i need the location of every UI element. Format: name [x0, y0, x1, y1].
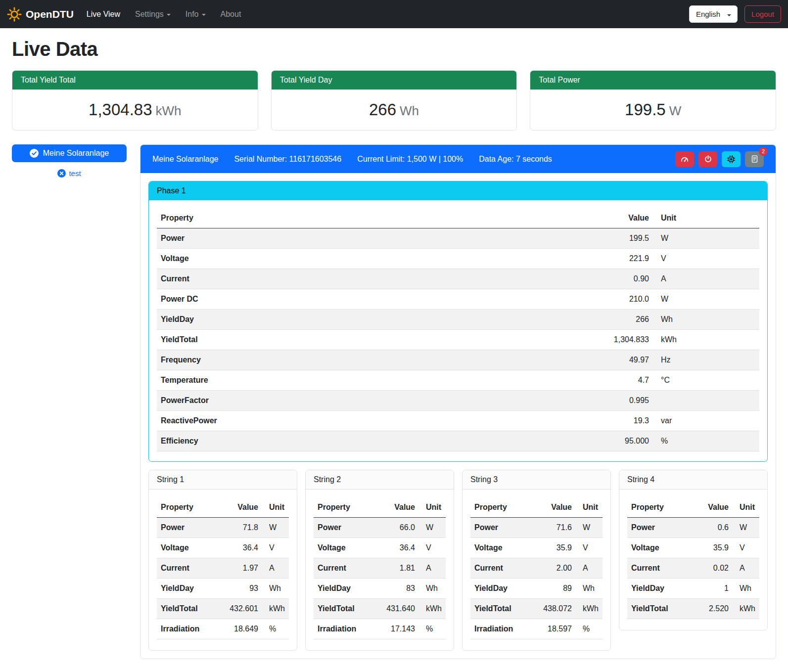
- table-row: Voltage36.4V: [314, 538, 446, 558]
- column-header-unit: Unit: [262, 497, 289, 518]
- table-header-row: Property Value Unit: [157, 208, 759, 228]
- nav-item-settings[interactable]: Settings: [135, 10, 171, 19]
- unit-cell: A: [419, 558, 446, 579]
- property-cell: Current: [157, 558, 216, 579]
- column-header-property: Property: [627, 497, 692, 518]
- nav-item-about[interactable]: About: [221, 10, 241, 19]
- table-row: PowerFactor0.995: [157, 391, 759, 411]
- card-unit: W: [669, 103, 682, 118]
- language-select-value: English: [696, 10, 720, 18]
- table-row: YieldDay266Wh: [157, 310, 759, 330]
- unit-cell: W: [262, 518, 289, 538]
- phase-1-card: Phase 1 Property Value Unit Power199.5WV…: [148, 181, 768, 462]
- card-value: 199.5: [625, 100, 666, 119]
- unit-cell: Wh: [576, 579, 603, 599]
- value-cell: 18.597: [529, 619, 576, 639]
- property-cell: YieldDay: [470, 579, 529, 599]
- string-4-table: Property Value Unit Power0.6WVoltage35.9…: [627, 497, 759, 619]
- column-header-unit: Unit: [419, 497, 446, 518]
- sun-logo-icon: [7, 7, 22, 22]
- property-cell: Current: [470, 558, 529, 579]
- language-select[interactable]: English: [689, 5, 738, 23]
- property-cell: Irradiation: [157, 619, 216, 639]
- table-row: YieldTotal438.072kWh: [470, 599, 603, 619]
- table-row: Power66.0W: [314, 518, 446, 538]
- property-cell: Current: [157, 269, 454, 289]
- table-row: Irradiation17.143%: [314, 619, 446, 639]
- column-header-property: Property: [314, 497, 372, 518]
- table-row: YieldTotal432.601kWh: [157, 599, 289, 619]
- value-cell: 18.649: [216, 619, 262, 639]
- event-log-button[interactable]: 2: [745, 151, 764, 167]
- column-header-property: Property: [157, 497, 216, 518]
- value-cell: 2.00: [529, 558, 576, 579]
- property-cell: Voltage: [627, 538, 692, 558]
- power-button[interactable]: [698, 151, 717, 167]
- property-cell: Voltage: [314, 538, 372, 558]
- unit-cell: kWh: [576, 599, 603, 619]
- value-cell: 266: [454, 310, 653, 330]
- chevron-down-icon: [727, 14, 731, 16]
- property-cell: Power: [314, 518, 372, 538]
- value-cell: 19.3: [454, 411, 653, 431]
- table-row: Current0.90A: [157, 269, 759, 289]
- value-cell: 35.9: [692, 538, 733, 558]
- nav-item-info[interactable]: Info: [185, 10, 206, 19]
- table-header-row: Property Value Unit: [157, 497, 289, 518]
- property-cell: YieldTotal: [157, 599, 216, 619]
- brand[interactable]: OpenDTU: [7, 7, 74, 22]
- property-cell: YieldDay: [314, 579, 372, 599]
- table-row: Voltage35.9V: [470, 538, 603, 558]
- property-cell: YieldTotal: [470, 599, 529, 619]
- table-row: Current1.81A: [314, 558, 446, 579]
- unit-cell: %: [576, 619, 603, 639]
- logout-button[interactable]: Logout: [744, 5, 781, 23]
- column-header-value: Value: [692, 497, 733, 518]
- device-info-button[interactable]: [722, 151, 741, 167]
- value-cell: 93: [216, 579, 262, 599]
- inverter-panel: Meine Solaranlage Serial Number: 1161716…: [140, 144, 776, 659]
- card-body: 266Wh: [272, 90, 517, 130]
- value-cell: 4.7: [454, 370, 653, 391]
- table-row: Power DC210.0W: [157, 289, 759, 310]
- phase-table: Property Value Unit Power199.5WVoltage22…: [157, 208, 759, 451]
- unit-cell: W: [419, 518, 446, 538]
- value-cell: 83: [372, 579, 419, 599]
- value-cell: 36.4: [216, 538, 262, 558]
- string-4-card: String 4 Property Value Unit: [619, 470, 768, 630]
- unit-cell: W: [733, 518, 759, 538]
- card-title: Total Yield Day: [272, 71, 517, 90]
- value-cell: 0.995: [454, 391, 653, 411]
- limit-button[interactable]: [675, 151, 694, 167]
- table-row: YieldDay83Wh: [314, 579, 446, 599]
- event-count-badge: 2: [759, 147, 768, 156]
- value-cell: 89: [529, 579, 576, 599]
- string-3-card: String 3 Property Value Unit: [462, 470, 611, 651]
- card-unit: kWh: [156, 103, 182, 118]
- string-card-title: String 3: [463, 470, 610, 490]
- property-cell: Current: [314, 558, 372, 579]
- property-cell: Voltage: [157, 249, 454, 269]
- inverter-limit: Current Limit: 1,500 W | 100%: [357, 155, 463, 164]
- x-circle-icon: [57, 169, 66, 178]
- chevron-down-icon: [167, 14, 171, 16]
- property-cell: Efficiency: [157, 431, 454, 451]
- value-cell: 71.8: [216, 518, 262, 538]
- inverter-select-test[interactable]: test: [12, 169, 127, 178]
- table-row: Power199.5W: [157, 228, 759, 249]
- table-row: Frequency49.97Hz: [157, 350, 759, 370]
- unit-cell: kWh: [262, 599, 289, 619]
- nav-item-live-view[interactable]: Live View: [87, 10, 120, 19]
- inverter-select-button[interactable]: Meine Solaranlage: [12, 144, 127, 162]
- unit-cell: kWh: [419, 599, 446, 619]
- value-cell: 95.000: [454, 431, 653, 451]
- value-cell: 35.9: [529, 538, 576, 558]
- inverter-actions: 2: [675, 151, 764, 167]
- table-row: Voltage36.4V: [157, 538, 289, 558]
- power-icon: [704, 155, 712, 163]
- property-cell: Voltage: [157, 538, 216, 558]
- total-yield-total-card: Total Yield Total 1,304.83kWh: [12, 70, 258, 131]
- unit-cell: [653, 391, 759, 411]
- card-body: 1,304.83kWh: [12, 90, 258, 130]
- table-row: Irradiation18.597%: [470, 619, 603, 639]
